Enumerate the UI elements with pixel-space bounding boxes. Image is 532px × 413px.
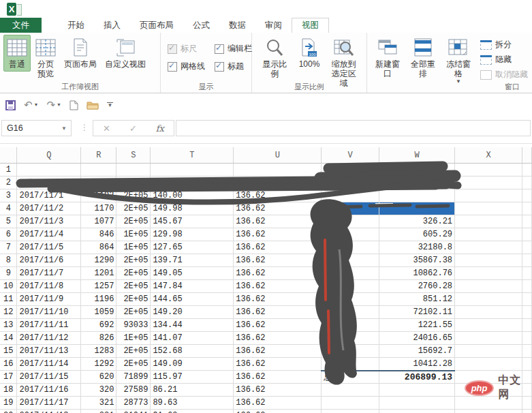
cell-extra-7[interactable] (522, 241, 531, 254)
cell-W8[interactable]: 35867.38 (379, 254, 455, 267)
headings-checkbox-icon[interactable] (215, 62, 224, 72)
tab-home[interactable]: 开始 (58, 18, 94, 33)
cell-U9[interactable]: 136.62 (234, 267, 322, 280)
cell-Q11[interactable]: 2017/11/9 (17, 293, 81, 306)
cell-W16[interactable]: 10412.28 (379, 358, 455, 371)
cell-Q9[interactable]: 2017/11/7 (17, 267, 81, 280)
undo-dropdown-icon[interactable]: ▼ (34, 103, 39, 107)
cell-W10[interactable]: 2760.28 (379, 280, 455, 293)
cell-V9[interactable] (322, 267, 379, 280)
redo-button[interactable]: ↷▼ (47, 100, 62, 110)
cell-X15[interactable] (455, 345, 522, 358)
cell-X6[interactable] (455, 228, 522, 241)
cell-Q13[interactable]: 2017/11/11 (17, 319, 81, 332)
cell-R2[interactable] (81, 177, 116, 189)
cell-S8[interactable]: 2E+05 (116, 254, 151, 267)
cell-R6[interactable]: 846 (81, 228, 116, 241)
cell-X4[interactable] (455, 202, 522, 215)
cell-S20[interactable]: 31041 (116, 410, 151, 413)
cell-X1[interactable] (455, 164, 522, 177)
cell-W20[interactable] (379, 410, 455, 413)
tab-review[interactable]: 审阅 (255, 18, 292, 33)
cell-R4[interactable]: 1170 (81, 202, 116, 215)
page-layout-view-button[interactable]: 页面布局 (61, 35, 100, 72)
cell-R13[interactable]: 692 (81, 319, 116, 332)
row-header-5[interactable]: 5 (0, 215, 17, 228)
cell-extra-5[interactable] (522, 215, 531, 228)
cell-S7[interactable]: 1E+05 (116, 241, 151, 254)
row-header-4[interactable]: 4 (0, 202, 17, 215)
cell-V16[interactable] (322, 358, 379, 371)
cell-R17[interactable]: 620 (81, 371, 116, 384)
cell-R1[interactable] (81, 164, 116, 177)
cell-V2[interactable] (322, 177, 379, 189)
cell-V11[interactable] (322, 293, 379, 306)
cell-X7[interactable] (455, 241, 522, 254)
cell-T2[interactable] (151, 177, 234, 189)
cell-extra-13[interactable] (522, 319, 531, 332)
cell-U16[interactable]: 136.62 (234, 358, 322, 371)
custom-views-button[interactable]: 自定义视图 (101, 35, 149, 72)
row-header-3[interactable]: 3 (0, 189, 17, 202)
cell-Q17[interactable]: 2017/11/15 (17, 371, 81, 384)
cell-T3[interactable]: 140.00 (151, 189, 234, 202)
insert-function-icon[interactable]: fx (156, 123, 164, 134)
cell-R10[interactable]: 1257 (81, 280, 116, 293)
cell-R14[interactable]: 826 (81, 332, 116, 345)
cell-extra-12[interactable] (522, 306, 531, 319)
hide-button[interactable]: 隐藏 (480, 54, 528, 65)
cell-W17[interactable]: 206899.13 (379, 371, 455, 384)
cell-R12[interactable]: 1059 (81, 306, 116, 319)
freeze-panes-button[interactable]: 冻结窗格 ▼ (441, 35, 475, 87)
cell-W13[interactable]: 1221.55 (379, 319, 455, 332)
cell-U13[interactable]: 136.62 (234, 319, 322, 332)
cell-V3[interactable] (322, 189, 379, 202)
tab-data[interactable]: 数据 (219, 18, 255, 33)
cell-Q2[interactable]: 日期 (17, 177, 81, 189)
checkbox-formula-bar[interactable]: 编辑栏 (215, 43, 252, 55)
cell-U4[interactable]: 136.62 (234, 202, 322, 215)
cell-R8[interactable]: 1290 (81, 254, 116, 267)
cell-T5[interactable]: 145.67 (151, 215, 234, 228)
cell-S12[interactable]: 2E+05 (116, 306, 151, 319)
cell-T15[interactable]: 152.68 (151, 345, 234, 358)
cell-R19[interactable]: 321 (81, 397, 116, 410)
cell-V13[interactable] (322, 319, 379, 332)
col-header-W[interactable]: W (379, 147, 455, 164)
cell-V17[interactable]: 总计 (322, 371, 379, 384)
cell-R7[interactable]: 864 (81, 241, 116, 254)
row-header-8[interactable]: 8 (0, 254, 17, 267)
cell-T9[interactable]: 149.05 (151, 267, 234, 280)
cell-U5[interactable]: 136.62 (234, 215, 322, 228)
col-header-V[interactable]: V (322, 147, 379, 164)
row-header-19[interactable]: 19 (0, 397, 17, 410)
cell-R18[interactable]: 320 (81, 384, 116, 397)
cell-T1[interactable] (151, 164, 234, 177)
cell-W3[interactable] (379, 189, 455, 202)
row-header-6[interactable]: 6 (0, 228, 17, 241)
cell-T19[interactable]: 89.63 (151, 397, 234, 410)
cell-S1[interactable] (116, 164, 151, 177)
redo-dropdown-icon[interactable]: ▼ (57, 103, 61, 107)
cell-X10[interactable] (455, 280, 522, 293)
cell-U10[interactable]: 136.62 (234, 280, 322, 293)
customize-qat-button[interactable]: ▼ (107, 102, 113, 108)
cell-T17[interactable]: 115.97 (151, 371, 234, 384)
cell-U2[interactable] (234, 177, 322, 189)
row-header-16[interactable]: 16 (0, 358, 17, 371)
cell-extra-1[interactable] (522, 164, 531, 177)
cell-V6[interactable] (322, 228, 379, 241)
cell-U14[interactable]: 136.62 (234, 332, 322, 345)
cell-U8[interactable]: 136.62 (234, 254, 322, 267)
row-header-11[interactable]: 11 (0, 293, 17, 306)
name-box[interactable]: G16 ▼ (1, 120, 72, 136)
cell-Q16[interactable]: 2017/11/14 (17, 358, 81, 371)
cell-U18[interactable]: 136.62 (234, 384, 322, 397)
cell-T13[interactable]: 134.44 (151, 319, 234, 332)
cell-X3[interactable] (455, 189, 522, 202)
cell-Q6[interactable]: 2017/11/4 (17, 228, 81, 241)
cell-T16[interactable]: 149.09 (151, 358, 234, 371)
cell-Q20[interactable]: 2017/11/18 (17, 410, 81, 413)
row-header-2[interactable]: 2 (0, 177, 17, 189)
cell-extra-9[interactable] (522, 267, 531, 280)
